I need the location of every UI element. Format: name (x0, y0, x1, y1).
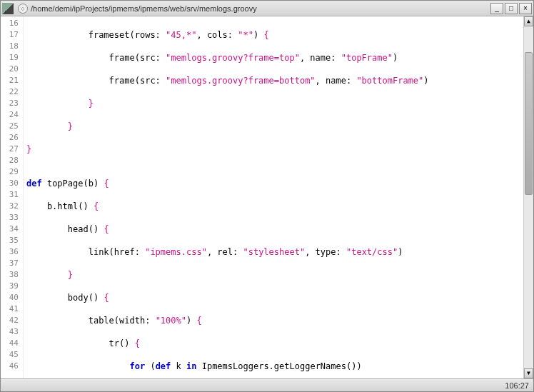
code-line[interactable]: b.html() { (26, 201, 523, 212)
vertical-scrollbar[interactable]: ▲ ▼ (523, 16, 533, 378)
editor-wrap: 16 17 18 19 20 21 22 23 24 25 26 27 28 2… (1, 16, 533, 378)
code-line[interactable]: def topPage(b) { (26, 178, 523, 189)
code-line[interactable]: link(href: "ipmems.css", rel: "styleshee… (26, 246, 523, 258)
line-number: 34 (1, 223, 19, 235)
window-buttons: _ □ × (490, 3, 532, 14)
line-number: 17 (1, 29, 19, 41)
line-number: 23 (1, 98, 19, 109)
code-content[interactable]: frameset(rows: "45,*", cols: "*") { fram… (24, 16, 523, 378)
line-number: 24 (1, 109, 19, 121)
line-number: 18 (1, 41, 19, 52)
path-icon: ○ (18, 4, 28, 14)
line-number: 46 (1, 361, 19, 372)
line-number: 25 (1, 121, 19, 132)
line-number: 29 (1, 166, 19, 178)
line-number: 38 (1, 269, 19, 281)
app-icon (2, 3, 14, 14)
window-titlebar: ○ /home/demi/ipProjects/ipmems/ipmems/we… (1, 1, 533, 16)
code-line[interactable]: head() { (26, 223, 523, 235)
line-number: 37 (1, 258, 19, 269)
scroll-thumb[interactable] (525, 52, 533, 195)
close-button[interactable]: × (519, 3, 532, 14)
code-editor[interactable]: 16 17 18 19 20 21 22 23 24 25 26 27 28 2… (1, 16, 523, 378)
line-number: 44 (1, 338, 19, 349)
code-line[interactable]: } (26, 269, 523, 281)
minimize-button[interactable]: _ (490, 3, 503, 14)
line-number: 31 (1, 189, 19, 201)
line-number: 16 (1, 18, 19, 29)
line-number: 45 (1, 349, 19, 361)
line-number: 41 (1, 303, 19, 315)
line-number: 43 (1, 326, 19, 338)
code-line[interactable]: } (26, 98, 523, 109)
code-line[interactable]: for (def k in IpmemsLoggers.getLoggerNam… (26, 361, 523, 372)
code-line[interactable]: table(width: "100%") { (26, 315, 523, 326)
line-number: 21 (1, 75, 19, 86)
scroll-down-arrow[interactable]: ▼ (524, 368, 533, 378)
code-line[interactable]: } (26, 121, 523, 132)
line-number: 42 (1, 315, 19, 326)
line-number: 22 (1, 86, 19, 98)
line-number: 32 (1, 201, 19, 212)
code-line[interactable]: frameset(rows: "45,*", cols: "*") { (26, 29, 523, 41)
window-title: /home/demi/ipProjects/ipmems/ipmems/web/… (31, 4, 490, 13)
line-number: 20 (1, 64, 19, 75)
line-number: 36 (1, 246, 19, 258)
line-number: 27 (1, 144, 19, 155)
line-number: 26 (1, 132, 19, 144)
line-number: 40 (1, 292, 19, 303)
maximize-button[interactable]: □ (505, 3, 518, 14)
code-line[interactable]: frame(src: "memlogs.groovy?frame=top", n… (26, 52, 523, 64)
code-line[interactable]: tr() { (26, 338, 523, 349)
line-number: 30 (1, 178, 19, 189)
line-number: 39 (1, 281, 19, 292)
line-number: 28 (1, 155, 19, 166)
line-number: 33 (1, 212, 19, 223)
code-line[interactable]: } (26, 144, 523, 155)
line-number: 19 (1, 52, 19, 64)
scroll-up-arrow[interactable]: ▲ (524, 16, 533, 26)
code-line[interactable]: frame(src: "memlogs.groovy?frame=bottom"… (26, 75, 523, 86)
code-line[interactable]: body() { (26, 292, 523, 303)
status-bar: 106:27 (1, 378, 533, 391)
cursor-position: 106:27 (505, 381, 529, 390)
line-gutter: 16 17 18 19 20 21 22 23 24 25 26 27 28 2… (1, 16, 24, 378)
line-number: 35 (1, 235, 19, 246)
